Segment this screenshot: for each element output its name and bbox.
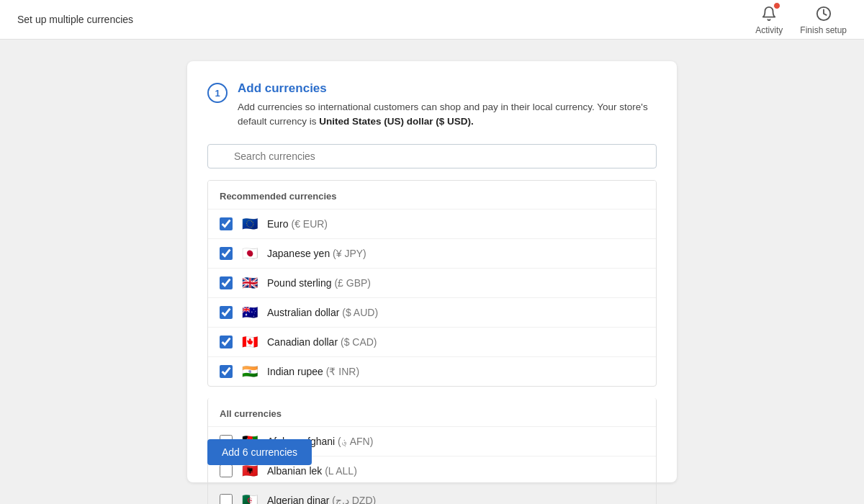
page-content: 1 Add currencies Add currencies so inter… (0, 40, 864, 504)
currency-name-all: Albanian lek (L ALL) (267, 465, 357, 477)
step-header: 1 Add currencies Add currencies so inter… (207, 81, 657, 130)
currency-item-dzd: 🇩🇿 Algerian dinar (د.ج DZD) (208, 485, 656, 505)
currency-name-jpy: Japanese yen (¥ JPY) (267, 248, 366, 259)
main-card: 1 Add currencies Add currencies so inter… (187, 61, 677, 482)
currency-item-jpy: 🇯🇵 Japanese yen (¥ JPY) (208, 238, 656, 268)
all-currencies-label: All currencies (208, 398, 656, 426)
currency-item-inr: 🇮🇳 Indian rupee (₹ INR) (208, 356, 656, 386)
step-title: Add currencies (238, 81, 657, 96)
activity-icon (759, 4, 779, 24)
currency-item-aud: 🇦🇺 Australian dollar ($ AUD) (208, 297, 656, 327)
currency-name-aud: Australian dollar ($ AUD) (267, 307, 378, 318)
activity-label: Activity (755, 25, 783, 35)
bottom-actions: Add 6 currencies (207, 439, 312, 465)
top-nav: Set up multiple currencies Activity (0, 0, 864, 40)
currency-checkbox-jpy[interactable] (220, 247, 233, 260)
search-wrapper: 🔍 (207, 144, 657, 168)
finish-setup-label: Finish setup (800, 25, 847, 35)
search-input[interactable] (207, 144, 657, 168)
page-title: Set up multiple currencies (17, 14, 133, 25)
recommended-section: Recommended currencies 🇪🇺 Euro (€ EUR) 🇯… (207, 180, 657, 387)
finish-setup-icon (814, 4, 834, 24)
currency-checkbox-all[interactable] (220, 464, 233, 477)
currency-checkbox-eur[interactable] (220, 217, 233, 230)
notification-badge (773, 2, 780, 9)
currency-flag-inr: 🇮🇳 (241, 364, 258, 379)
step-number: 1 (207, 83, 228, 103)
currency-checkbox-cad[interactable] (220, 336, 233, 348)
currency-checkbox-gbp[interactable] (220, 276, 233, 289)
step-info: Add currencies Add currencies so interna… (238, 81, 657, 130)
currency-item-gbp: 🇬🇧 Pound sterling (£ GBP) (208, 268, 656, 297)
add-currencies-button[interactable]: Add 6 currencies (207, 439, 312, 465)
currency-name-eur: Euro (€ EUR) (267, 218, 328, 230)
currency-flag-gbp: 🇬🇧 (241, 275, 258, 291)
currency-name-inr: Indian rupee (₹ INR) (267, 366, 359, 377)
currency-flag-dzd: 🇩🇿 (241, 492, 258, 505)
finish-setup-nav-item[interactable]: Finish setup (800, 4, 847, 35)
search-container: 🔍 (207, 144, 657, 168)
currency-name-cad: Canadian dollar ($ CAD) (267, 336, 377, 348)
currency-flag-eur: 🇪🇺 (241, 216, 258, 232)
currency-checkbox-inr[interactable] (220, 365, 233, 378)
currency-flag-aud: 🇦🇺 (241, 305, 258, 320)
currency-flag-cad: 🇨🇦 (241, 334, 258, 350)
currency-flag-jpy: 🇯🇵 (241, 246, 258, 261)
step-description: Add currencies so international customer… (238, 100, 657, 130)
activity-nav-item[interactable]: Activity (755, 4, 783, 35)
nav-actions: Activity Finish setup (755, 4, 847, 35)
currency-checkbox-dzd[interactable] (220, 494, 233, 505)
currency-name-gbp: Pound sterling (£ GBP) (267, 277, 371, 289)
currency-name-dzd: Algerian dinar (د.ج DZD) (267, 495, 376, 505)
recommended-section-label: Recommended currencies (208, 181, 656, 209)
currency-item-eur: 🇪🇺 Euro (€ EUR) (208, 209, 656, 238)
currency-item-cad: 🇨🇦 Canadian dollar ($ CAD) (208, 327, 656, 356)
currency-checkbox-aud[interactable] (220, 306, 233, 319)
